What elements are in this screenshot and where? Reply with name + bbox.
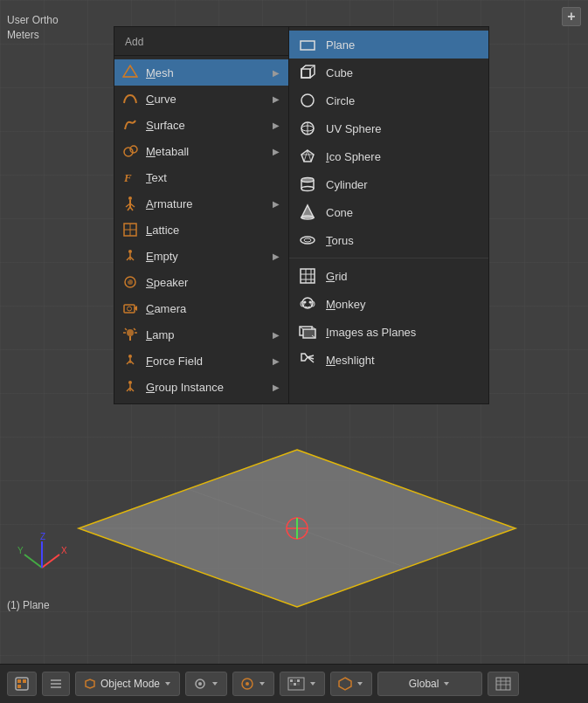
svg-rect-96 (17, 685, 21, 688)
svg-line-6 (42, 555, 59, 568)
lamp-label: Lamp (146, 328, 266, 341)
menu-item-force-field[interactable]: Force Field ▶ (114, 348, 288, 374)
submenu-item-cube[interactable]: Cube (289, 59, 488, 86)
force-field-label: Force Field (146, 355, 266, 368)
add-menu-header: Add (114, 31, 288, 56)
menu-item-group-instance[interactable]: Group Instance ▶ (114, 374, 288, 400)
svg-point-103 (198, 682, 202, 686)
svg-point-48 (128, 381, 132, 384)
mesh-icon (121, 64, 139, 81)
menu-item-armature[interactable]: Armature ▶ (114, 190, 288, 217)
curve-arrow: ▶ (273, 94, 280, 104)
svg-marker-116 (339, 678, 351, 690)
submenu-divider-1 (289, 258, 488, 258)
svg-line-43 (134, 328, 135, 330)
group-instance-label: Group Instance (146, 381, 266, 394)
add-menu: Add Mesh ▶ Curve ▶ (114, 26, 288, 404)
circle-label: Circle (326, 94, 355, 107)
armature-label: Armature (146, 197, 266, 210)
uv-sphere-label: UV Sphere (326, 122, 382, 135)
ico-sphere-icon (298, 147, 317, 166)
render-engine-button[interactable] (330, 672, 372, 696)
plane-viewport (70, 441, 524, 616)
svg-text:F: F (123, 171, 132, 184)
force-field-arrow: ▶ (273, 356, 280, 366)
svg-marker-101 (165, 682, 170, 686)
submenu-item-cone[interactable]: Cone (289, 198, 488, 226)
images-as-planes-icon (298, 322, 317, 341)
submenu-item-meshlight[interactable]: Meshlight (289, 346, 488, 374)
hamburger-button[interactable] (42, 672, 70, 696)
svg-line-24 (130, 207, 133, 210)
empty-icon (121, 247, 139, 265)
lamp-icon (121, 326, 139, 343)
submenu-item-cylinder[interactable]: Cylinder (289, 170, 488, 198)
menu-item-lattice[interactable]: Lattice (114, 217, 288, 243)
svg-rect-74 (301, 269, 315, 283)
submenu-item-images-as-planes[interactable]: Images as Planes (289, 318, 488, 346)
surface-icon (121, 116, 139, 134)
svg-rect-94 (17, 679, 21, 683)
menu-item-speaker[interactable]: Speaker (114, 269, 288, 295)
add-viewport-button[interactable]: + (562, 7, 581, 26)
menu-item-mesh[interactable]: Mesh ▶ (114, 59, 288, 86)
mesh-label: Mesh (146, 66, 266, 79)
surface-label: Surface (146, 119, 266, 132)
submenu-item-monkey[interactable]: Monkey (289, 290, 488, 318)
menu-item-camera[interactable]: Camera (114, 295, 288, 321)
submenu-item-plane[interactable]: Plane (289, 31, 488, 59)
svg-text:Y: Y (17, 546, 24, 555)
scene-button[interactable] (232, 672, 274, 696)
menu-item-lamp[interactable]: Lamp ▶ (114, 321, 288, 348)
metaball-icon (121, 142, 139, 160)
submenu-item-grid[interactable]: Grid (289, 262, 488, 290)
text-icon: F (121, 169, 139, 186)
submenu-item-uv-sphere[interactable]: UV Sphere (289, 114, 488, 142)
metaball-arrow: ▶ (273, 147, 280, 156)
svg-marker-107 (259, 682, 265, 686)
camera-label: Camera (146, 302, 280, 315)
curve-icon (121, 90, 139, 107)
svg-point-44 (128, 355, 132, 358)
submenu-item-circle[interactable]: Circle (289, 86, 488, 114)
svg-marker-100 (86, 679, 94, 688)
dot-button[interactable] (185, 672, 227, 696)
render-button[interactable] (280, 672, 325, 696)
svg-point-66 (301, 178, 314, 183)
grid-button[interactable] (488, 672, 519, 696)
svg-rect-113 (294, 683, 296, 686)
mode-icon-button[interactable] (7, 672, 37, 696)
svg-point-38 (127, 329, 134, 336)
submenu-item-torus[interactable]: Torus (289, 226, 488, 254)
svg-point-28 (128, 250, 132, 253)
monkey-label: Monkey (326, 298, 366, 311)
circle-icon (298, 91, 317, 110)
svg-point-106 (246, 682, 249, 686)
mesh-submenu: Plane Cube Circle (288, 26, 489, 404)
svg-rect-112 (290, 683, 293, 686)
lamp-arrow: ▶ (273, 330, 280, 340)
submenu-item-ico-sphere[interactable]: Ico Sphere (289, 142, 488, 170)
svg-marker-104 (212, 682, 218, 686)
svg-line-14 (130, 65, 137, 77)
global-button[interactable]: Global (377, 672, 482, 696)
svg-point-72 (301, 237, 315, 244)
group-instance-arrow: ▶ (273, 383, 280, 392)
svg-marker-115 (310, 682, 315, 686)
svg-line-8 (24, 555, 42, 568)
meshlight-icon (298, 350, 317, 369)
menu-item-metaball[interactable]: Metaball ▶ (114, 138, 288, 164)
empty-label: Empty (146, 250, 266, 263)
object-mode-button[interactable]: Object Mode (75, 672, 180, 696)
svg-rect-119 (496, 678, 510, 690)
menu-item-empty[interactable]: Empty ▶ (114, 243, 288, 269)
svg-marker-118 (444, 682, 449, 686)
svg-point-19 (128, 196, 132, 200)
svg-marker-117 (357, 682, 363, 686)
menu-item-surface[interactable]: Surface ▶ (114, 112, 288, 138)
menu-item-text[interactable]: F Text (114, 164, 288, 190)
svg-marker-89 (301, 354, 308, 361)
svg-rect-109 (290, 679, 293, 682)
meshlight-label: Meshlight (326, 354, 375, 367)
menu-item-curve[interactable]: Curve ▶ (114, 86, 288, 112)
